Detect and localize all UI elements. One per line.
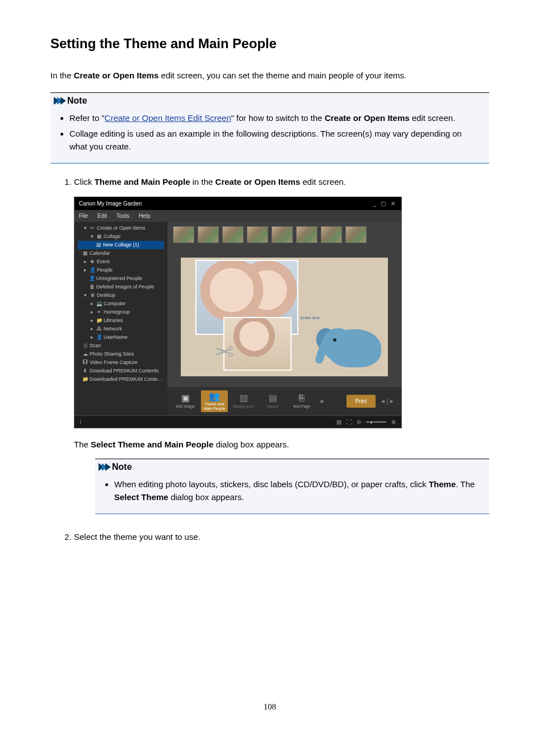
doc-icon: ▤	[96, 241, 101, 249]
note-item-2: Collage editing is used as an example in…	[69, 128, 479, 153]
thumbnail[interactable]	[271, 226, 293, 243]
tree-desktop-label: Desktop	[97, 292, 115, 298]
network-icon: 🖧	[96, 325, 102, 333]
main-pane: ✂ Enter text. ▣Add Image 👥Theme and Main…	[167, 222, 401, 416]
tree-dledprem[interactable]: 📁Downloaded PREMIUM Contents	[78, 375, 164, 384]
cap-post: dialog box appears.	[213, 440, 289, 449]
titlebar: Canon My Image Garden _ ▢ ✕	[74, 197, 401, 210]
intro-text-tail: edit screen, you can set the theme and m…	[158, 71, 406, 80]
menu-tools[interactable]: Tools	[116, 213, 129, 219]
tree-scan[interactable]: ⎙Scan	[78, 342, 164, 350]
desktop-icon: 🖥	[90, 292, 95, 299]
thumbnail[interactable]	[247, 226, 268, 243]
collage-photo-sub[interactable]	[224, 318, 291, 370]
fullscreen-icon[interactable]: ⛶	[346, 419, 352, 425]
menubar: File Edit Tools Help	[74, 210, 401, 222]
user-icon: 👤	[96, 334, 102, 341]
thumbnail[interactable]	[198, 226, 219, 243]
zoom-out-icon[interactable]: ⊖	[357, 419, 361, 425]
enter-text-placeholder[interactable]: Enter text.	[301, 315, 321, 321]
link-edit-screen[interactable]: Create or Open Items Edit Screen	[105, 113, 231, 123]
window-buttons[interactable]: _ ▢ ✕	[373, 199, 397, 208]
tree-network-label: Network	[104, 326, 122, 332]
caret-right-icon: ▸	[82, 258, 88, 265]
theme-icon: 👥	[201, 391, 228, 402]
tree-username[interactable]: ▸👤UserName	[78, 333, 164, 342]
tree-network[interactable]: ▸🖧Network	[78, 325, 164, 333]
tree-collage[interactable]: ▾▦Collage	[78, 232, 164, 241]
n2-post: dialog box appears.	[168, 492, 244, 502]
zoom-slider[interactable]: ━●━━━━	[366, 419, 386, 425]
note1-bold: Create or Open Items	[325, 113, 410, 123]
steps-list: Click Theme and Main People in the Creat…	[50, 176, 489, 544]
view-icon[interactable]: ▤	[336, 419, 341, 425]
thumbnail[interactable]	[321, 226, 342, 243]
thumbnail[interactable]	[173, 226, 194, 243]
s1-b2: Create or Open Items	[216, 177, 301, 186]
tree-videoframe[interactable]: 🎞Video Frame Capture	[78, 358, 164, 367]
tree-homegroup-label: Homegroup	[104, 309, 130, 315]
tree-dlprem[interactable]: ⬇Download PREMIUM Contents	[78, 367, 164, 375]
zoom-in-icon[interactable]: ⊕	[391, 419, 396, 425]
s1-b1: Theme and Main People	[95, 177, 190, 186]
thumbnail[interactable]	[345, 226, 367, 243]
caret-right-icon[interactable]: ▸	[317, 396, 327, 406]
print-button[interactable]: Print	[346, 395, 376, 408]
step-1-text: Click Theme and Main People in the Creat…	[74, 176, 489, 189]
video-icon: 🎞	[82, 359, 88, 366]
tree-homegroup[interactable]: ▸⚭Homegroup	[78, 308, 164, 316]
tree-create-label: Create or Open Items	[97, 225, 146, 231]
layout-button[interactable]: ▤Layout	[259, 392, 286, 409]
collage-canvas[interactable]: ✂ Enter text.	[181, 258, 388, 376]
note-list: Refer to "Create or Open Items Edit Scre…	[50, 110, 489, 164]
step-2: Select the theme you want to use.	[74, 531, 489, 544]
tree-libraries[interactable]: ▸📁Libraries	[78, 316, 164, 325]
tree-new-collage[interactable]: ▤New Collage (1)	[78, 241, 164, 249]
note-label: Note	[67, 94, 87, 108]
tree-create[interactable]: ▾✂Create or Open Items	[78, 224, 164, 232]
intro-bold: Create or Open Items	[74, 71, 159, 80]
prev-next-icon[interactable]: ◂ | ▸	[378, 396, 397, 406]
n2-b1: Theme	[429, 479, 456, 489]
tree-photoshare-label: Photo Sharing Sites	[90, 351, 134, 357]
add-image-button[interactable]: ▣Add Image	[172, 392, 199, 409]
layout-icon: ▤	[259, 393, 286, 403]
tree-unreg-label: Unregistered People	[96, 276, 142, 281]
share-icon: ☁	[82, 351, 88, 358]
tree-unreg[interactable]: 👤Unregistered People	[78, 274, 164, 283]
tree-computer[interactable]: ▸💻Computer	[78, 300, 164, 308]
theme-label: Theme and Main People	[204, 402, 226, 410]
caret-right-icon: ▸	[89, 300, 95, 307]
menu-file[interactable]: File	[79, 213, 88, 219]
scissors-graphic: ✂	[214, 334, 234, 370]
thumbnail[interactable]	[222, 226, 243, 243]
add-page-button[interactable]: ⎘Add Page	[288, 392, 315, 409]
note-item-1: Refer to "Create or Open Items Edit Scre…	[69, 112, 479, 125]
tree-deleted[interactable]: 🗑Deleted Images of People	[78, 283, 164, 291]
background-button[interactable]: ▧Background	[230, 392, 257, 409]
menu-help[interactable]: Help	[139, 213, 151, 219]
folder-icon: 📁	[82, 376, 88, 383]
tree-calendar-label: Calendar	[90, 250, 110, 256]
page-title: Setting the Theme and Main People	[50, 34, 489, 54]
menu-edit[interactable]: Edit	[97, 213, 107, 219]
layout-label: Layout	[266, 404, 278, 408]
tree-people[interactable]: ▸👤People	[78, 266, 164, 274]
tree-people-label: People	[97, 267, 113, 273]
app-title: Canon My Image Garden	[79, 199, 142, 208]
theme-main-people-button[interactable]: 👥Theme and Main People	[201, 390, 228, 412]
tree-calendar[interactable]: ▦Calendar	[78, 249, 164, 258]
tree-collage-label: Collage	[104, 234, 121, 239]
step-2-text: Select the theme you want to use.	[74, 531, 489, 544]
note1-post: edit screen.	[410, 113, 456, 123]
tree-photoshare[interactable]: ☁Photo Sharing Sites	[78, 350, 164, 358]
tree-event-label: Event	[97, 259, 110, 264]
note1-pre: Refer to "	[69, 113, 105, 123]
thumbnail[interactable]	[296, 226, 317, 243]
caret-down-icon: ▾	[82, 292, 88, 299]
tree-desktop[interactable]: ▾🖥Desktop	[78, 291, 164, 300]
tree-event[interactable]: ▸❀Event	[78, 258, 164, 266]
caret-right-icon: ▸	[82, 267, 88, 274]
balloon-icon: ❀	[90, 258, 95, 265]
n2-pre: When editing photo layouts, stickers, di…	[114, 479, 429, 489]
